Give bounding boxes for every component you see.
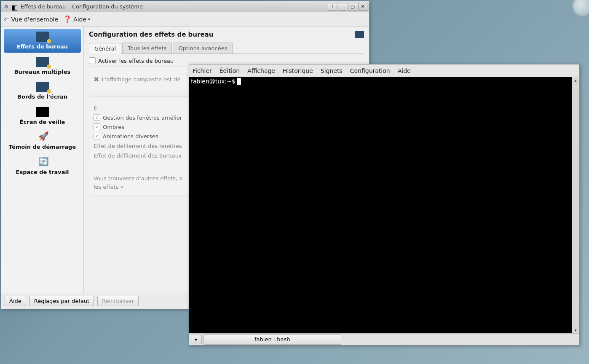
checkbox-icon[interactable]: ✓ [94, 114, 100, 121]
desktop-effects-icon [36, 32, 49, 42]
page-title: Configuration des effets de bureau [89, 31, 355, 38]
tab-bar: Général Tous les effets Options avancées [89, 43, 364, 54]
tab-general[interactable]: Général [89, 43, 121, 54]
sidebar-item-workspace[interactable]: Espace de travail [4, 155, 81, 178]
menu-view[interactable]: Affichage [247, 67, 275, 74]
improved-label: Gestion des fenêtres amélior [103, 115, 182, 121]
menu-edit[interactable]: Édition [220, 67, 240, 74]
settings-titlebar[interactable]: ⚙ ◧ Effets de bureau – Configuration du … [1, 1, 369, 12]
checkbox-icon[interactable]: ✓ [94, 133, 100, 139]
page-icon [355, 31, 364, 38]
screen-edges-icon [36, 82, 49, 92]
app-icon: ⚙ [3, 3, 10, 10]
activate-effects-label: Activer les effets de bureau [98, 58, 174, 64]
window-title: Effets de bureau – Configuration du syst… [21, 3, 327, 10]
sidebar-item-desktop-effects[interactable]: Effets de bureau [4, 29, 81, 53]
terminal-tabbar: ▸ fabien : bash [189, 333, 579, 345]
new-tab-button[interactable]: ▸ [191, 335, 202, 344]
help-icon: ❓ [63, 15, 72, 23]
defaults-button[interactable]: Réglages par défaut [29, 296, 94, 306]
reset-button[interactable]: Réinitialiser [97, 296, 139, 306]
terminal-text[interactable]: fabien@tux:~$ [189, 77, 572, 333]
sidebar-item-launch-feedback[interactable]: Témoin de démarrage [4, 129, 81, 153]
animations-label: Animations diverses [103, 133, 158, 139]
sidebar-item-label: Espace de travail [5, 169, 79, 176]
checkbox-icon[interactable] [89, 57, 96, 64]
settings-toolbar: ⇦ Vue d'ensemble ❓ Aide ▾ [1, 12, 369, 27]
terminal-menubar: Fichier Édition Affichage Historique Sig… [189, 64, 579, 77]
activate-effects-row[interactable]: Activer les effets de bureau [89, 57, 364, 64]
sidebar-item-label: Témoin de démarrage [5, 144, 79, 150]
close-button[interactable]: ✕ [358, 3, 367, 11]
sidebar-item-label: Bureaux multiples [5, 69, 79, 75]
menu-bookmarks[interactable]: Signets [321, 67, 343, 74]
tab-advanced[interactable]: Options avancées [173, 43, 233, 54]
menu-file[interactable]: Fichier [193, 67, 212, 74]
sidebar-item-multiple-desktops[interactable]: Bureaux multiples [4, 54, 81, 78]
sidebar-item-screen-edges[interactable]: Bords de l'écran [4, 79, 81, 103]
sidebar-item-label: Effets de bureau [5, 43, 79, 50]
terminal-tab[interactable]: fabien : bash [203, 335, 341, 345]
settings-sidebar: Effets de bureau Bureaux multiples Bords… [1, 27, 84, 293]
plasma-toolbox[interactable] [572, 0, 589, 17]
minimize-button[interactable]: – [338, 3, 347, 11]
help-titlebar-button[interactable]: ? [328, 3, 337, 11]
menu-settings[interactable]: Configuration [350, 67, 390, 74]
chevron-down-icon: ▾ [88, 17, 90, 21]
overview-label: Vue d'ensemble [11, 16, 58, 23]
terminal-prompt: fabien@tux:~$ [191, 78, 237, 85]
terminal-window: Fichier Édition Affichage Historique Sig… [189, 64, 580, 345]
menu-history[interactable]: Historique [283, 67, 313, 74]
rocket-icon [36, 132, 49, 142]
x-icon: ✖ [94, 75, 99, 83]
sidebar-item-screensaver[interactable]: Écran de veille [4, 104, 81, 128]
pin-icon[interactable]: ◧ [11, 3, 18, 10]
scroll-down-icon[interactable]: ▾ [574, 327, 576, 333]
help-menu-button[interactable]: ❓ Aide ▾ [63, 15, 90, 23]
sidebar-item-label: Écran de veille [5, 119, 79, 126]
terminal-cursor [237, 78, 241, 85]
screensaver-icon [36, 107, 49, 117]
help-label: Aide [73, 16, 86, 23]
terminal-scrollbar[interactable]: ▴ ▾ [572, 77, 579, 333]
checkbox-icon[interactable]: ✓ [94, 123, 100, 130]
maximize-button[interactable]: ▢ [348, 3, 357, 11]
multiple-desktops-icon [36, 57, 49, 67]
scroll-up-icon[interactable]: ▴ [574, 77, 576, 83]
shadows-label: Ombres [103, 124, 124, 130]
disabled-text: L'affichage composite est dé [102, 76, 180, 83]
help-button[interactable]: Aide [5, 296, 26, 306]
workspace-icon [36, 157, 49, 167]
terminal-body[interactable]: fabien@tux:~$ ▴ ▾ [189, 77, 579, 333]
overview-button[interactable]: ⇦ Vue d'ensemble [4, 15, 58, 23]
menu-help[interactable]: Aide [398, 67, 411, 74]
main-header: Configuration des effets de bureau [89, 31, 364, 38]
back-arrow-icon: ⇦ [4, 15, 9, 23]
sidebar-item-label: Bords de l'écran [5, 94, 79, 100]
tab-all-effects[interactable]: Tous les effets [122, 43, 172, 54]
